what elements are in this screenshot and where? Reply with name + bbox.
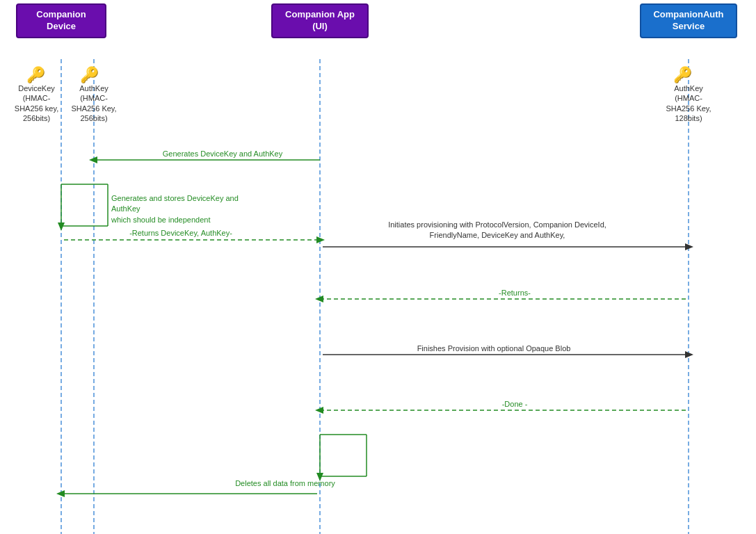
msg6-label: Finishes Provision with optional Opaque … [348,343,640,354]
msg7-label: -Done - [403,399,626,410]
actor-companion-auth: CompanionAuthService [640,3,737,38]
auth-key-device-icon: 🔑 [80,66,99,84]
svg-marker-14 [685,243,693,250]
msg8-label: Deletes all data from memory [216,478,355,489]
sequence-diagram: CompanionDevice Companion App(UI) Compan… [0,0,756,534]
svg-marker-20 [315,407,323,414]
svg-marker-27 [56,490,65,497]
msg1-label: Generates DeviceKey and AuthKey [125,149,320,159]
actor-companion-device: CompanionDevice [16,3,106,38]
msg4-label: Initiates provisioning with ProtocolVers… [327,220,668,241]
actor-companion-app-label: Companion App(UI) [285,9,355,31]
svg-marker-5 [89,156,97,163]
actor-companion-auth-label: CompanionAuthService [653,9,723,31]
auth-key-service-icon: 🔑 [673,66,692,84]
svg-marker-16 [315,296,323,302]
actor-companion-app: Companion App(UI) [271,3,369,38]
msg5-label: -Returns- [403,288,626,298]
svg-marker-10 [58,222,65,231]
actor-companion-device-label: CompanionDevice [36,9,86,31]
auth-key-device-label: AuthKey(HMAC-SHA256 Key,256bits) [66,83,122,123]
svg-marker-18 [685,351,693,358]
auth-key-service-label: AuthKey(HMAC-SHA256 Key,128bits) [661,83,716,123]
msg3-label: -Returns DeviceKey, AuthKey- [97,228,264,238]
svg-marker-12 [316,236,325,243]
device-key-icon: 🔑 [26,66,45,84]
msg2-label: Generates and stores DeviceKey and AuthK… [111,193,264,225]
device-key-label: DeviceKey(HMAC-SHA256 key,256bits) [10,83,63,123]
arrows-svg [0,0,756,534]
